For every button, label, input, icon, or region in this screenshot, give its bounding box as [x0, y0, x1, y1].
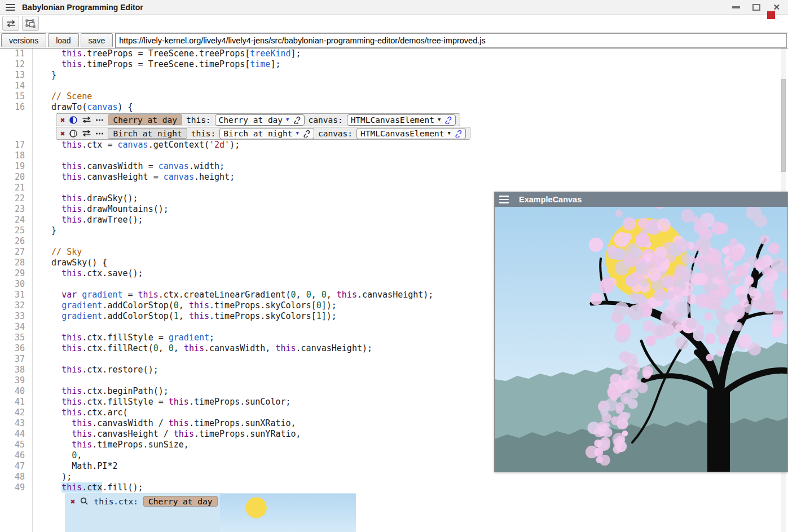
blossom — [614, 232, 629, 247]
blossom — [613, 438, 623, 448]
delete-example-icon[interactable]: ✖ — [60, 130, 65, 138]
link-icon[interactable] — [454, 130, 462, 138]
save-button[interactable]: save — [81, 33, 113, 47]
blossom — [719, 334, 729, 344]
code-line[interactable]: 17 this.ctx = canvas.getContext('2d'); — [0, 140, 788, 150]
babylonian-programming-editor: Babylonian Programming Editor ✕ — [0, 0, 788, 532]
blossom — [716, 350, 723, 357]
blossom — [590, 293, 602, 305]
delete-probe-icon[interactable]: ✖ — [71, 498, 75, 506]
selection-frame-button[interactable] — [22, 16, 39, 31]
minimize-icon[interactable] — [732, 6, 740, 8]
code-lines-top: 11 this.treeProps = TreeScene.treeProps[… — [0, 48, 788, 113]
load-button[interactable]: load — [48, 33, 78, 47]
probe-example-badge[interactable]: Cherry at day — [143, 496, 218, 507]
blossom — [706, 354, 714, 362]
example-name-badge[interactable]: Cherry at day — [108, 114, 182, 125]
line-number: 28 — [0, 258, 32, 268]
window-menu-icon[interactable] — [499, 196, 509, 203]
link-icon[interactable] — [444, 116, 452, 124]
code-line[interactable]: 19 this.canvasWidth = canvas.width; — [0, 161, 788, 172]
blossom — [594, 427, 604, 437]
code-line[interactable]: 12 this.timeProps = TreeScene.timeProps[… — [0, 59, 788, 70]
line-number: 41 — [0, 397, 32, 407]
preview-sun — [245, 497, 266, 518]
blossom — [730, 247, 743, 261]
blossom — [705, 312, 713, 321]
code-line[interactable]: 15 // Scene — [0, 91, 788, 102]
line-number: 31 — [0, 290, 32, 300]
blossom — [651, 255, 663, 267]
blossom — [673, 286, 682, 295]
example-active-toggle-icon[interactable] — [69, 129, 78, 138]
blossom — [758, 259, 766, 268]
code-line[interactable]: 49 this.ctx.fill(); — [0, 482, 788, 493]
blossom — [676, 239, 689, 251]
blossom — [733, 274, 742, 283]
unsaved-indicator — [767, 11, 775, 19]
canvas-value-dropdown[interactable]: HTMLCanvasElement ▼ — [347, 114, 456, 126]
line-number: 44 — [0, 429, 32, 440]
blossom — [760, 235, 769, 245]
code-line[interactable]: 20 this.canvasHeight = canvas.height; — [0, 172, 788, 183]
blossom — [642, 370, 651, 379]
code-line[interactable]: 16 drawTo(canvas) { — [0, 102, 788, 113]
blossom — [586, 446, 598, 459]
line-number: 38 — [0, 365, 32, 375]
blossom — [654, 289, 667, 302]
swap-arrows-button[interactable] — [2, 16, 19, 31]
magnifier-icon[interactable] — [80, 497, 89, 506]
blossom — [661, 310, 675, 325]
canvas-scene — [495, 207, 787, 472]
line-number: 25 — [0, 225, 32, 236]
line-number: 29 — [0, 268, 32, 279]
menu-icon[interactable] — [6, 4, 15, 11]
link-icon[interactable] — [293, 116, 301, 124]
url-input[interactable]: https://lively-kernel.org/lively4/lively… — [115, 33, 787, 48]
example-canvas-titlebar[interactable]: ExampleCanvas — [495, 192, 787, 207]
blossom — [714, 267, 727, 280]
code-line[interactable]: 48 ); — [0, 472, 788, 482]
code-line[interactable]: 11 this.treeProps = TreeScene.treeProps[… — [0, 48, 788, 59]
line-number: 27 — [0, 247, 32, 258]
page-title: Babylonian Programming Editor — [22, 3, 143, 12]
more-options-icon[interactable] — [95, 132, 104, 135]
maximize-icon[interactable] — [752, 4, 760, 11]
blossom — [629, 389, 639, 398]
blossom — [722, 247, 729, 254]
blossom — [768, 243, 780, 255]
code-line[interactable]: 14 — [0, 81, 788, 91]
line-number: 11 — [0, 48, 32, 59]
code-line[interactable]: 18 — [0, 150, 788, 161]
line-number: 17 — [0, 140, 32, 150]
example-canvas-title: ExampleCanvas — [519, 195, 582, 204]
more-options-icon[interactable] — [95, 118, 104, 122]
line-number: 37 — [0, 354, 32, 365]
blossom — [628, 380, 639, 390]
line-number: 24 — [0, 215, 32, 225]
selection-frame-icon — [25, 19, 36, 28]
delete-example-icon[interactable]: ✖ — [60, 116, 65, 124]
blossom — [738, 334, 752, 348]
canvas-label: canvas: — [318, 129, 353, 138]
example-active-toggle-icon[interactable] — [69, 116, 78, 125]
swap-example-icon[interactable] — [82, 130, 91, 137]
line-number: 18 — [0, 150, 32, 161]
line-number: 42 — [0, 407, 32, 418]
blossom — [675, 302, 690, 317]
blossom — [617, 323, 631, 337]
this-value-dropdown[interactable]: Birch at night ▼ — [219, 128, 314, 139]
versions-button[interactable]: versions — [1, 33, 46, 47]
canvas-value-dropdown[interactable]: HTMLCanvasElement ▼ — [356, 128, 466, 139]
this-value-dropdown[interactable]: Cherry at day ▼ — [215, 114, 305, 126]
blossom — [662, 323, 675, 336]
probe-expression: this.ctx: — [94, 496, 138, 507]
canvas-label: canvas: — [309, 116, 343, 125]
blossom — [681, 254, 691, 264]
close-icon[interactable]: ✕ — [773, 3, 780, 11]
example-name-badge[interactable]: Birch at night — [108, 128, 187, 139]
code-line[interactable]: 13 } — [0, 70, 788, 81]
swap-example-icon[interactable] — [82, 116, 91, 123]
link-icon[interactable] — [302, 130, 310, 138]
scrollbar-thumb[interactable] — [781, 79, 786, 172]
